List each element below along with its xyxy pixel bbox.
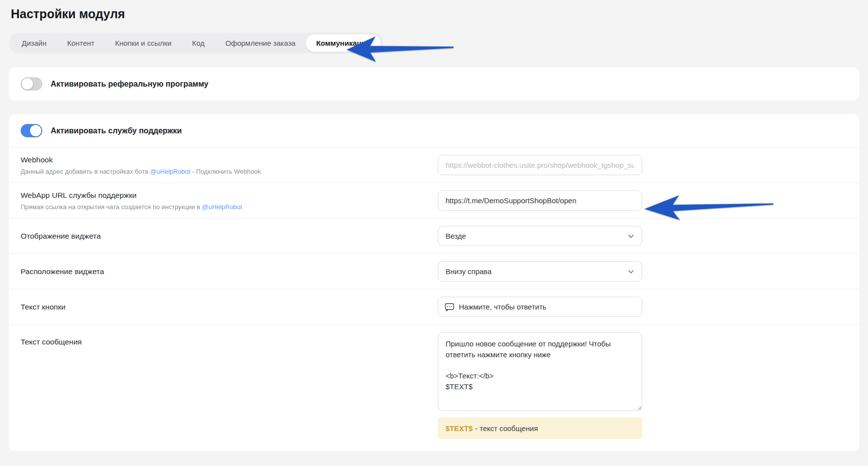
widget-display-select[interactable]: Везде bbox=[438, 226, 642, 246]
uhelprobot-link[interactable]: @uHelpRobot bbox=[202, 203, 242, 211]
module-settings-page: Настройки модуля Дизайн Контент Кнопки и… bbox=[0, 0, 868, 451]
widget-display-label: Отображение виджета bbox=[21, 232, 423, 241]
placeholder-hint: $TEXT$ - текст сообщения bbox=[438, 417, 642, 439]
webapp-url-description: Прямая ссылка на открытия чата создается… bbox=[21, 203, 423, 211]
referral-program-label: Активировать реферальную программу bbox=[51, 80, 209, 89]
button-text-input[interactable] bbox=[438, 297, 642, 317]
support-service-label: Активировать службу поддержки bbox=[51, 126, 182, 135]
chevron-down-icon bbox=[628, 233, 634, 240]
widget-position-select[interactable]: Внизу справа bbox=[438, 261, 642, 281]
webapp-url-input[interactable] bbox=[438, 190, 642, 211]
toggle-knob bbox=[22, 78, 33, 90]
page-title: Настройки модуля bbox=[9, 7, 859, 21]
widget-display-row: Отображение виджета Везде bbox=[9, 218, 859, 253]
button-text-row: Текст кнопки bbox=[9, 289, 859, 324]
toggle-knob bbox=[30, 125, 41, 136]
webhook-label: Webhook bbox=[21, 155, 423, 164]
message-text-label: Текст сообщения bbox=[21, 338, 423, 346]
tab-content[interactable]: Контент bbox=[57, 34, 105, 52]
support-service-card: Активировать службу поддержки Webhook Да… bbox=[9, 114, 859, 451]
tab-communications[interactable]: Коммуникации bbox=[306, 34, 381, 52]
tab-buttons-links[interactable]: Кнопки и ссылки bbox=[105, 34, 182, 52]
placeholder-variable: $TEXT$ bbox=[446, 424, 473, 433]
selected-value: Везде bbox=[446, 232, 466, 240]
webhook-url-input[interactable] bbox=[438, 155, 642, 175]
webhook-row: Webhook Данный адрес добавить в настройк… bbox=[9, 147, 859, 183]
tab-bar: Дизайн Контент Кнопки и ссылки Код Оформ… bbox=[9, 32, 383, 54]
referral-program-toggle[interactable] bbox=[21, 77, 42, 91]
webapp-url-label: WebApp URL службы поддержки bbox=[21, 191, 423, 200]
widget-position-label: Расположение виджета bbox=[21, 267, 423, 276]
tab-code[interactable]: Код bbox=[182, 34, 215, 52]
message-text-row: Текст сообщения Пришло новое сообщение о… bbox=[9, 324, 859, 451]
referral-program-card: Активировать реферальную программу bbox=[9, 67, 859, 100]
chevron-down-icon bbox=[628, 268, 634, 275]
webapp-url-row: WebApp URL службы поддержки Прямая ссылк… bbox=[9, 183, 859, 218]
widget-position-row: Расположение виджета Внизу справа bbox=[9, 253, 859, 289]
tab-design[interactable]: Дизайн bbox=[11, 34, 57, 52]
message-text-textarea[interactable]: Пришло новое сообщение от поддержки! Что… bbox=[438, 332, 642, 411]
support-service-toggle[interactable] bbox=[21, 124, 42, 137]
button-text-label: Текст кнопки bbox=[21, 303, 423, 311]
uhelprobot-link[interactable]: @uHelpRobot bbox=[150, 168, 190, 175]
webhook-description: Данный адрес добавить в настройках бота … bbox=[21, 168, 423, 175]
chat-bubble-icon bbox=[445, 302, 454, 312]
selected-value: Внизу справа bbox=[446, 267, 492, 276]
tab-checkout[interactable]: Оформление заказа bbox=[215, 34, 306, 52]
placeholder-hint-text: - текст сообщения bbox=[475, 424, 538, 433]
